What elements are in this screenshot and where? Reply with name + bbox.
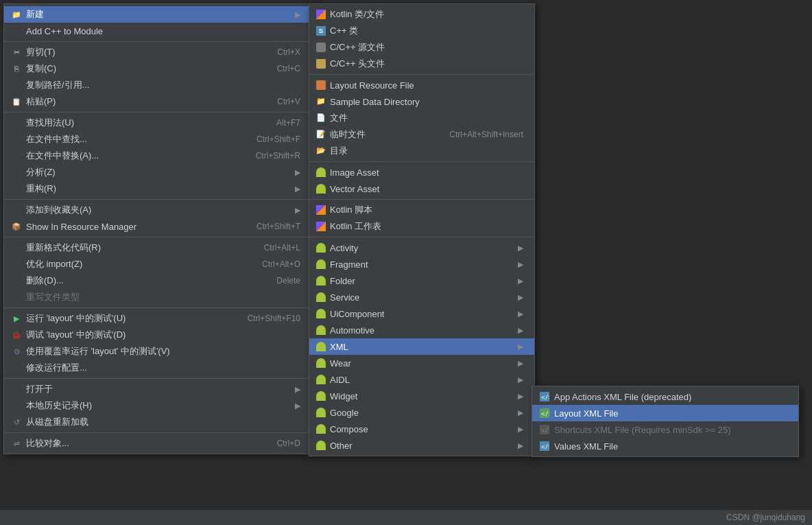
submenu-item-file[interactable]: 📄 文件: [309, 110, 534, 126]
submenu-item-folder[interactable]: Folder ▶: [309, 272, 534, 289]
submenu-xml-layout-xml-file[interactable]: </> Layout XML File: [532, 405, 798, 421]
submenu-item-fragment[interactable]: Fragment ▶: [309, 256, 534, 272]
menu-item-copy-path[interactable]: 复制路径/引用...: [4, 77, 311, 93]
menu-item-modify-run[interactable]: 修改运行配置...: [4, 360, 311, 376]
menu-item-rename-type[interactable]: 重写文件类型: [4, 289, 311, 305]
menu-item-open-in[interactable]: 打开于 ▶: [4, 381, 311, 397]
widget-android-icon: [316, 391, 326, 401]
submenu-label-temp-file: 临时文件: [330, 128, 366, 141]
menu-item-compare[interactable]: ⇌ 比较对象... Ctrl+D: [4, 435, 311, 452]
submenu-item-xml[interactable]: XML ▶: [309, 338, 534, 355]
menu-item-copy[interactable]: ⎘ 复制(C) Ctrl+C: [4, 60, 311, 77]
submenu-item-other[interactable]: Other ▶: [309, 437, 534, 454]
menu-item-bookmarks[interactable]: 添加到收藏夹(A) ▶: [4, 202, 311, 218]
refactor-icon: [11, 183, 22, 194]
menu-item-coverage-layout[interactable]: ⊙ 使用覆盖率运行 'layout' 中的测试'(V): [4, 343, 311, 360]
menu-item-find-usage[interactable]: 查找用法(U) Alt+F7: [4, 115, 311, 131]
menu-label-optimize: 优化 import(Z): [26, 258, 82, 270]
submenu-item-google[interactable]: Google ▶: [309, 404, 534, 421]
submenu-item-kotlin-file[interactable]: Kotlin 类/文件: [309, 6, 534, 23]
main-context-menu: 📁 新建 ▶ Add C++ to Module ✂ 剪切(T) Ctrl+X …: [3, 3, 312, 454]
menu-item-refactor[interactable]: 重构(R) ▶: [4, 180, 311, 197]
submenu-item-widget[interactable]: Widget ▶: [309, 388, 534, 404]
submenu-item-cpp-class[interactable]: S C++ 类: [309, 23, 534, 39]
submenu-label-fragment: Fragment: [330, 259, 368, 270]
shortcut-optimize: Ctrl+Alt+O: [262, 259, 300, 269]
status-bar: CSDN @junqiduhang: [0, 510, 812, 525]
submenu-xml-values-xml[interactable]: </> Values XML File: [532, 438, 798, 454]
menu-item-show-resource[interactable]: 📦 Show In Resource Manager Ctrl+Shift+T: [4, 218, 311, 235]
submenu-xml-label-app-actions: App Actions XML File (deprecated): [554, 392, 691, 402]
new-icon: 📁: [11, 9, 22, 20]
submenu-item-c-source[interactable]: C/C++ 源文件: [309, 39, 534, 56]
bookmarks-arrow-icon: ▶: [295, 206, 300, 215]
shortcut-reformat: Ctrl+Alt+L: [264, 243, 300, 253]
submenu-label-image-asset: Image Asset: [330, 167, 379, 178]
submenu-label-service: Service: [330, 292, 359, 303]
shortcuts-xml-icon: </>: [539, 424, 550, 435]
submenu-item-vector-asset[interactable]: Vector Asset: [309, 180, 534, 197]
shortcut-delete: Delete: [276, 276, 300, 285]
submenu-item-aidl[interactable]: AIDL ▶: [309, 371, 534, 388]
activity-arrow-icon: ▶: [518, 244, 523, 253]
submenu-item-layout-resource[interactable]: Layout Resource File: [309, 77, 534, 93]
menu-item-cut[interactable]: ✂ 剪切(T) Ctrl+X: [4, 44, 311, 60]
menu-item-reload[interactable]: ↺ 从磁盘重新加载: [4, 414, 311, 430]
menu-item-optimize[interactable]: 优化 import(Z) Ctrl+Alt+O: [4, 256, 311, 272]
submenu-item-sample-data[interactable]: 📁 Sample Data Directory: [309, 93, 534, 110]
submenu-item-uicomponent[interactable]: UiComponent ▶: [309, 305, 534, 322]
menu-label-modify-run: 修改运行配置...: [26, 362, 87, 374]
shortcut-find-usage: Alt+F7: [276, 118, 300, 128]
menu-label-copy: 复制(C): [26, 62, 56, 75]
submenu-item-image-asset[interactable]: Image Asset: [309, 164, 534, 180]
shortcut-run-layout: Ctrl+Shift+F10: [248, 314, 300, 323]
submenu-item-activity[interactable]: Activity ▶: [309, 240, 534, 256]
submenu-item-service[interactable]: Service ▶: [309, 289, 534, 305]
menu-item-run-layout[interactable]: ▶ 运行 'layout' 中的测试'(U) Ctrl+Shift+F10: [4, 310, 311, 327]
submenu-xml-shortcuts-xml[interactable]: </> Shortcuts XML File (Requires minSdk …: [532, 421, 798, 438]
menu-item-debug-layout[interactable]: 🐞 调试 'layout' 中的测试'(D): [4, 327, 311, 343]
submenu-label-vector-asset: Vector Asset: [330, 184, 379, 194]
submenu-item-c-header[interactable]: C/C++ 头文件: [309, 56, 534, 72]
submenu-item-kotlin-script[interactable]: Kotlin 脚本: [309, 202, 534, 218]
bookmarks-icon: [11, 205, 22, 215]
submenu-label-activity: Activity: [330, 243, 358, 253]
submenu-label-aidl: AIDL: [330, 375, 350, 385]
menu-item-replace-in-files[interactable]: 在文件中替换(A)... Ctrl+Shift+R: [4, 148, 311, 164]
automotive-arrow-icon: ▶: [518, 326, 523, 335]
menu-item-analyze[interactable]: 分析(Z) ▶: [4, 164, 311, 180]
menu-item-reformat[interactable]: 重新格式化代码(R) Ctrl+Alt+L: [4, 240, 311, 256]
menu-item-local-history[interactable]: 本地历史记录(H) ▶: [4, 397, 311, 414]
submenu-item-compose[interactable]: Compose ▶: [309, 421, 534, 437]
kotlin-worksheet-icon: [316, 222, 326, 231]
menu-label-delete: 删除(D)...: [26, 275, 64, 287]
submenu-label-google: Google: [330, 408, 359, 418]
sample-data-icon: 📁: [316, 97, 326, 106]
menu-item-paste[interactable]: 📋 粘贴(P) Ctrl+V: [4, 93, 311, 110]
menu-label-run-layout: 运行 'layout' 中的测试'(U): [26, 312, 126, 325]
menu-item-find-in-files[interactable]: 在文件中查找... Ctrl+Shift+F: [4, 131, 311, 148]
submenu-item-automotive[interactable]: Automotive ▶: [309, 322, 534, 338]
empty-icon: [11, 25, 22, 36]
delete-icon: [11, 275, 22, 286]
menu-label-paste: 粘贴(P): [26, 95, 56, 108]
submenu-item-temp-file[interactable]: 📝 临时文件 Ctrl+Alt+Shift+Insert: [309, 126, 534, 143]
image-asset-icon: [316, 167, 326, 177]
analyze-icon: [11, 167, 22, 178]
layout-resource-icon: [316, 80, 326, 90]
menu-label-rename-type: 重写文件类型: [26, 291, 80, 303]
temp-file-icon: 📝: [316, 130, 326, 139]
refactor-arrow-icon: ▶: [295, 185, 300, 194]
menu-item-add-cpp[interactable]: Add C++ to Module: [4, 23, 311, 39]
submenu-xml-app-actions[interactable]: </> App Actions XML File (deprecated): [532, 388, 798, 405]
menu-label-find-in-files: 在文件中查找...: [26, 133, 87, 145]
aidl-arrow-icon: ▶: [518, 375, 523, 384]
run-icon: ▶: [11, 313, 22, 324]
local-history-arrow-icon: ▶: [295, 401, 300, 410]
submenu-item-directory[interactable]: 📂 目录: [309, 143, 534, 159]
submenu-item-kotlin-worksheet[interactable]: Kotlin 工作表: [309, 218, 534, 235]
separator-4: [4, 237, 311, 237]
submenu-item-wear[interactable]: Wear ▶: [309, 355, 534, 371]
menu-item-new[interactable]: 📁 新建 ▶: [4, 6, 311, 23]
menu-item-delete[interactable]: 删除(D)... Delete: [4, 272, 311, 289]
